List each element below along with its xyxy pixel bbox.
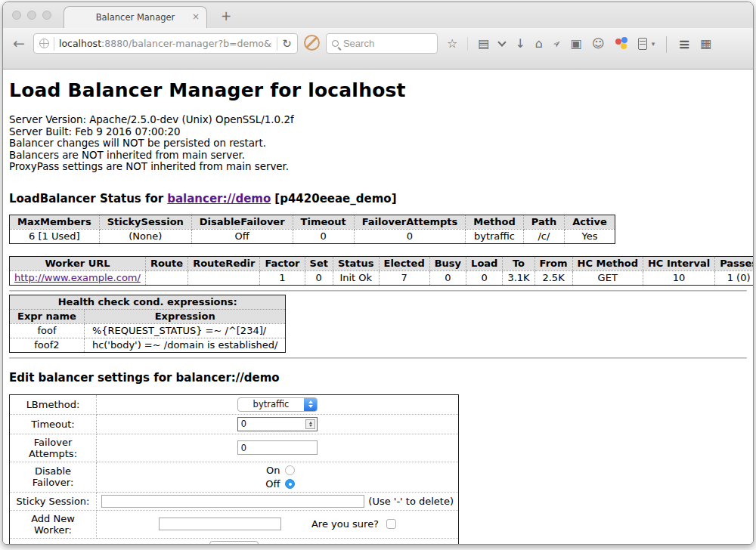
tab-balancer-manager[interactable]: Balancer Manager ×	[64, 6, 207, 28]
lbmethod-selected-value: bytraffic	[238, 398, 304, 411]
search-icon	[332, 40, 339, 47]
form-row-add-worker: Add New Worker: Are you sure?	[10, 510, 459, 538]
server-built-line: Server Built: Feb 9 2016 07:00:20	[9, 126, 747, 138]
colored-dots-extension-icon[interactable]	[615, 37, 628, 51]
bookmark-star-icon[interactable]: ☆	[447, 33, 457, 54]
table-row: foof %{REQUEST_STATUS} =~ /^[234]/	[10, 323, 286, 338]
titlebar: Balancer Manager × +	[3, 2, 753, 28]
cell-stickysession: (None)	[99, 229, 191, 243]
home-icon[interactable]: ⌂	[535, 33, 543, 54]
column-header: RouteRedir	[188, 256, 260, 270]
disable-failover-off-radio[interactable]	[285, 479, 295, 489]
screenshot-root: Balancer Manager × + ← localhost:8880/ba…	[0, 0, 756, 550]
column-header: From	[534, 256, 572, 270]
menu-icon[interactable]: ≡	[678, 36, 690, 52]
health-table-title: Health check cond. expressions:	[10, 295, 286, 309]
are-you-sure-checkbox[interactable]	[386, 519, 396, 529]
number-spinner-icon[interactable]	[305, 419, 315, 429]
column-header: Active	[565, 215, 615, 229]
chevron-down-icon[interactable]: ▾	[652, 40, 655, 48]
zoom-window-button[interactable]	[42, 11, 51, 20]
minimize-window-button[interactable]	[27, 11, 36, 20]
column-header: Elected	[379, 256, 429, 270]
disable-failover-on-radio[interactable]	[285, 465, 295, 475]
balancer-demo-link[interactable]: balancer://demo	[167, 192, 271, 205]
column-header: To	[503, 256, 534, 270]
cell-method: bytraffic	[466, 229, 523, 243]
cell-elected: 7	[379, 270, 429, 285]
column-header: Worker URL	[10, 256, 146, 270]
cell-to: 3.1K	[503, 270, 534, 285]
notes-extension-icon[interactable]	[638, 38, 647, 50]
install-icon[interactable]: ▣	[571, 33, 582, 54]
smiley-icon[interactable]: ☺	[592, 33, 605, 54]
server-note-line: Balancers are NOT inherited from main se…	[9, 150, 747, 162]
sticky-session-label: Sticky Session:	[10, 492, 97, 510]
add-worker-input[interactable]	[159, 518, 281, 530]
column-header: Passes	[715, 256, 753, 270]
column-header: Route	[145, 256, 187, 270]
radio-on-label: On	[261, 465, 280, 476]
table-row: 6 [1 Used] (None) Off 0 0 bytraffic /c/ …	[10, 229, 615, 243]
pages-grid-icon[interactable]: ▦	[700, 33, 711, 54]
search-input[interactable]	[343, 38, 419, 49]
divider	[9, 357, 747, 359]
close-window-button[interactable]	[12, 11, 21, 20]
divider	[9, 290, 747, 292]
page-content: Load Balancer Manager for localhost Serv…	[3, 70, 753, 545]
column-header: DisableFailover	[191, 215, 293, 229]
cell-timeout: 0	[293, 229, 354, 243]
column-header: Expr name	[10, 309, 85, 323]
toolbar-divider	[666, 36, 667, 53]
column-header: Path	[523, 215, 564, 229]
failover-attempts-input[interactable]	[237, 440, 318, 455]
cell-failoverattempts: 0	[354, 229, 466, 243]
column-header: HC Method	[572, 256, 643, 270]
cell-active: Yes	[565, 229, 615, 243]
lbmethod-select[interactable]: bytraffic	[237, 397, 318, 412]
submit-button[interactable]: Submit	[209, 541, 259, 545]
status-heading-suffix: [p4420eeae_demo]	[274, 192, 396, 205]
clipboard-icon[interactable]: ▤	[478, 33, 489, 54]
cell-expression: hc('body') =~ /domain is established/	[84, 338, 286, 352]
urlbar-divider	[54, 37, 54, 51]
new-tab-button[interactable]: +	[221, 8, 231, 23]
loadbalancer-status-heading: LoadBalancer Status for balancer://demo …	[9, 192, 747, 205]
cell-path: /c/	[523, 229, 564, 243]
downloads-icon[interactable]: ↓	[515, 33, 525, 54]
window-controls	[12, 11, 51, 20]
column-header: StickySession	[99, 215, 191, 229]
cell-route	[145, 270, 187, 285]
navigation-toolbar: ← localhost:8880/balancer-manager?b=demo…	[3, 28, 753, 70]
are-you-sure-label: Are you sure?	[311, 518, 379, 530]
sticky-session-input[interactable]	[101, 495, 364, 508]
back-icon[interactable]: ←	[11, 33, 27, 53]
table-title-row: Health check cond. expressions:	[10, 295, 286, 309]
server-info: Server Version: Apache/2.5.0-dev (Unix) …	[9, 114, 747, 173]
send-tab-icon[interactable]: ➢	[550, 36, 563, 51]
form-row-submit: Submit	[10, 538, 459, 545]
url-input[interactable]: localhost:8880/balancer-manager?b=demo&n…	[59, 38, 272, 49]
blocker-extension-icon[interactable]	[304, 35, 320, 51]
health-check-table: Health check cond. expressions: Expr nam…	[9, 295, 286, 353]
timeout-label: Timeout:	[10, 414, 97, 434]
worker-url-link[interactable]: http://www.example.com/	[14, 272, 141, 283]
reload-icon[interactable]: ↻	[282, 37, 292, 51]
globe-icon	[39, 39, 49, 48]
form-row-failover-attempts: Failover Attempts:	[10, 434, 459, 462]
cell-set: 0	[305, 270, 333, 285]
column-header: Expression	[84, 309, 286, 323]
pocket-icon[interactable]	[498, 38, 507, 46]
browser-window: Balancer Manager × + ← localhost:8880/ba…	[2, 2, 754, 545]
url-path: :8880/balancer-manager?b=demo&nonce=decc…	[101, 38, 272, 49]
url-bar[interactable]: localhost:8880/balancer-manager?b=demo&n…	[33, 33, 298, 54]
server-note-line: Balancer changes will NOT be persisted o…	[9, 138, 747, 150]
table-header-row: Worker URL Route RouteRedir Factor Set S…	[10, 256, 754, 270]
urlbar-divider	[277, 37, 277, 51]
column-header: HC Interval	[643, 256, 714, 270]
cell-busy: 0	[429, 270, 466, 285]
search-bar[interactable]	[326, 33, 438, 54]
tab-close-icon[interactable]: ×	[192, 11, 200, 22]
toolbar-divider	[467, 37, 468, 51]
server-version-line: Server Version: Apache/2.5.0-dev (Unix) …	[9, 114, 747, 126]
